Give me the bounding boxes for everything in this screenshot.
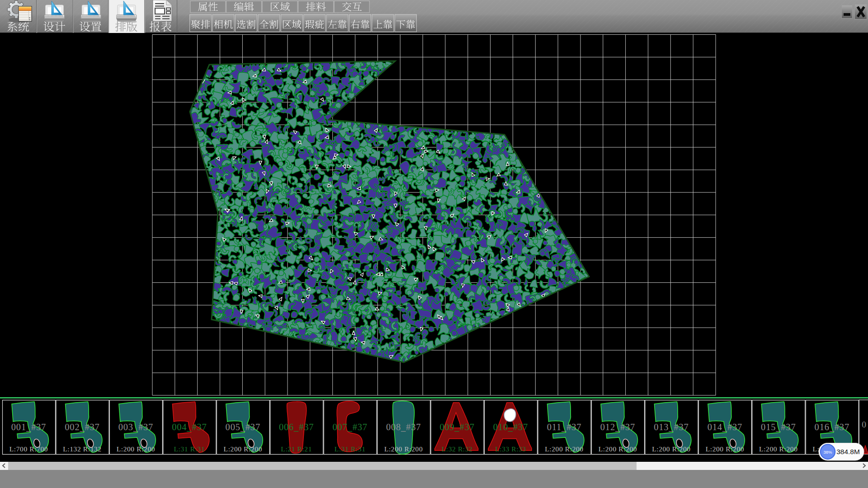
svg-text:013_#37: 013_#37: [654, 422, 689, 432]
svg-text:012_#37: 012_#37: [600, 422, 635, 432]
svg-text:006_#37: 006_#37: [279, 422, 314, 432]
svg-text:L:200 R:200: L:200 R:200: [706, 445, 744, 453]
svg-text:008_#37: 008_#37: [386, 422, 421, 432]
svg-text:007_#37: 007_#37: [333, 422, 368, 432]
svg-text:004_#37: 004_#37: [172, 422, 207, 432]
svg-text:016_#37: 016_#37: [815, 422, 849, 432]
svg-text:L:200 R:200: L:200 R:200: [599, 445, 637, 453]
svg-text:002_#37: 002_#37: [65, 422, 99, 432]
svg-text:005_#37: 005_#37: [226, 422, 260, 432]
svg-text:L:200 R:200: L:200 R:200: [384, 445, 423, 453]
svg-text:L:33 R:33: L:33 R:33: [495, 445, 526, 453]
svg-text:009_#37: 009_#37: [439, 422, 474, 432]
svg-text:L:21 R:21: L:21 R:21: [281, 445, 312, 453]
svg-text:L:200 R:200: L:200 R:200: [117, 445, 155, 453]
svg-text:L:700 R:700: L:700 R:700: [9, 445, 48, 453]
svg-text:015_#37: 015_#37: [761, 422, 796, 432]
svg-text:L:200 R:200: L:200 R:200: [224, 445, 262, 453]
svg-text:014_#37: 014_#37: [708, 422, 742, 432]
svg-text:001_#37: 001_#37: [11, 422, 46, 432]
svg-text:011_#37: 011_#37: [547, 422, 582, 432]
svg-text:384.8M: 384.8M: [836, 448, 860, 455]
svg-text:L:200 R:200: L:200 R:200: [652, 445, 690, 453]
svg-text:010_#37: 010_#37: [493, 422, 528, 432]
svg-text:38%: 38%: [823, 450, 832, 455]
svg-text:003_#37: 003_#37: [118, 422, 153, 432]
svg-text:L:32 R:32: L:32 R:32: [442, 445, 473, 453]
svg-text:L:31 R:31: L:31 R:31: [335, 445, 366, 453]
svg-text:L:200 R:200: L:200 R:200: [545, 445, 583, 453]
svg-text:0: 0: [862, 420, 866, 429]
svg-text:L:31 R:31: L:31 R:31: [174, 445, 205, 453]
svg-text:L:132 R:132: L:132 R:132: [63, 445, 101, 453]
svg-text:L:200 R:200: L:200 R:200: [759, 445, 797, 453]
